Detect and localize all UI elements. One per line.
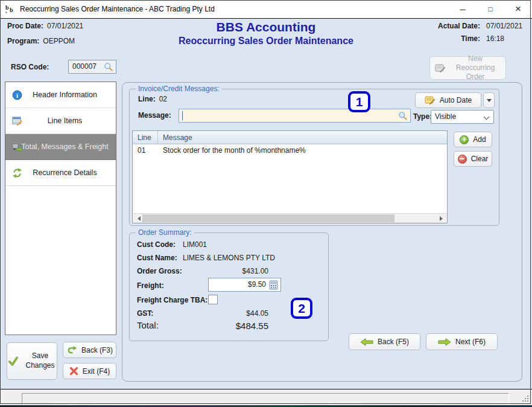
line-row: Line:02 <box>138 95 167 103</box>
search-icon[interactable] <box>104 62 113 72</box>
cust-code-value: LIM001 <box>183 240 207 249</box>
rso-code-value: 000007 <box>72 62 97 71</box>
application-window: bbs Reoccurring Sales Order Maintenance … <box>0 0 532 407</box>
annotation-marker-2: 2 <box>291 298 312 319</box>
header-right: Actual Date: 07/01/2021 Time: 16:18 <box>438 22 526 43</box>
info-icon: i <box>12 90 22 100</box>
svg-text:b: b <box>10 7 13 13</box>
order-gross-value: $431.00 <box>242 267 268 275</box>
sidebar: i Header Information Line Items Total, M… <box>5 82 116 335</box>
cust-name-value: LIMES & LEMONS PTY LTD <box>183 254 275 262</box>
svg-text:s: s <box>5 10 7 14</box>
clear-label: Clear <box>471 155 489 163</box>
sidebar-item-line-items[interactable]: Line Items <box>5 108 116 134</box>
message-input[interactable] <box>179 109 411 123</box>
titlebar[interactable]: bbs Reoccurring Sales Order Maintenance … <box>0 0 532 19</box>
freight-tba-label: Freight Charge TBA: <box>137 296 207 304</box>
cell-line: 01 <box>133 146 158 155</box>
type-label: Type: <box>413 112 432 121</box>
horizontal-scrollbar[interactable] <box>133 213 447 223</box>
rso-code-input[interactable]: 000007 <box>68 60 116 74</box>
svg-text:i: i <box>16 91 18 98</box>
checkmark-icon <box>8 356 20 367</box>
invoice-credit-messages-group: Invoice/Credit Messages: Line:02 Message… <box>129 89 499 226</box>
freight-input[interactable]: $9.50 <box>208 278 281 292</box>
next-f6-label: Next (F6) <box>455 338 486 346</box>
scroll-left-arrow[interactable] <box>133 214 142 223</box>
freight-tba-checkbox[interactable] <box>208 295 218 304</box>
column-header-line: Line <box>133 131 158 144</box>
exit-f4-button[interactable]: Exit (F4) <box>63 363 116 379</box>
back-f3-button[interactable]: Back (F3) <box>63 342 116 358</box>
recurrence-icon <box>12 168 22 178</box>
back-f5-button[interactable]: Back (F5) <box>349 333 420 350</box>
window-controls: ─ □ × <box>449 0 532 18</box>
chevron-down-icon <box>487 99 492 104</box>
annotation-label: 1 <box>356 95 363 109</box>
back-f5-label: Back (F5) <box>378 338 409 346</box>
status-bar <box>0 389 532 405</box>
new-order-icon <box>435 63 446 73</box>
auto-date-icon <box>425 95 435 105</box>
time-label: Time: <box>438 34 480 43</box>
group-title: Order Summary: <box>136 228 194 237</box>
close-button[interactable]: × <box>504 0 532 18</box>
new-order-label: New Reoccurring Order <box>450 54 501 82</box>
back-f3-label: Back (F3) <box>81 346 113 354</box>
new-reoccurring-order-button[interactable]: New Reoccurring Order <box>429 56 506 80</box>
undo-arrow-icon <box>66 346 77 354</box>
arrow-right-icon <box>438 338 451 346</box>
gst-label: GST: <box>137 309 153 318</box>
column-header-message: Message <box>158 131 447 144</box>
clear-icon <box>458 155 467 164</box>
app-logo-icon: bbs <box>5 4 16 14</box>
add-button[interactable]: Add <box>454 132 492 147</box>
type-select[interactable]: Visible <box>431 110 494 124</box>
annotation-marker-1: 1 <box>348 91 370 112</box>
cust-code-label: Cust Code: <box>137 240 176 249</box>
order-summary-group: Order Summary: Cust Code: LIM001 Cust Na… <box>129 232 329 341</box>
scroll-right-arrow[interactable] <box>437 214 447 223</box>
type-value: Visible <box>435 112 456 121</box>
resize-grip-icon[interactable] <box>521 394 528 402</box>
annotation-label: 2 <box>298 301 305 316</box>
auto-date-dropdown-button[interactable] <box>483 92 495 108</box>
order-gross-label: Order Gross: <box>137 267 182 275</box>
total-label: Total: <box>137 320 159 330</box>
group-title: Invoice/Credit Messages: <box>136 85 222 93</box>
freight-truck-icon <box>12 142 22 152</box>
table-row[interactable]: 01 Stock order for the month of %monthna… <box>133 144 447 156</box>
next-f6-button[interactable]: Next (F6) <box>426 333 498 350</box>
text-caret <box>182 111 183 120</box>
line-label: Line: <box>138 95 156 103</box>
sidebar-item-total-messages-freight[interactable]: Total, Messages & Freight <box>5 134 116 160</box>
freight-label: Freight: <box>137 281 164 290</box>
sidebar-item-header-information[interactable]: i Header Information <box>5 82 116 108</box>
auto-date-label: Auto Date <box>440 96 472 104</box>
maximize-button[interactable]: □ <box>477 0 504 18</box>
messages-table-header: Line Message <box>133 131 447 144</box>
message-label: Message: <box>138 111 171 120</box>
cust-name-label: Cust Name: <box>137 254 177 262</box>
minimize-button[interactable]: ─ <box>449 0 477 18</box>
add-icon <box>460 135 469 144</box>
clear-button[interactable]: Clear <box>454 151 492 167</box>
line-items-icon <box>12 116 22 126</box>
exit-f4-label: Exit (F4) <box>83 367 110 376</box>
actual-date-value: 07/01/2021 <box>486 22 526 30</box>
auto-date-button[interactable]: Auto Date <box>415 92 481 108</box>
status-panel <box>22 393 509 405</box>
total-value: $484.55 <box>236 321 268 331</box>
actual-date-label: Actual Date: <box>438 22 480 30</box>
gst-value: $44.05 <box>246 309 268 318</box>
freight-value: $9.50 <box>248 280 266 289</box>
add-label: Add <box>473 135 486 144</box>
calculator-icon[interactable] <box>269 280 278 290</box>
sidebar-item-recurrence-details[interactable]: Recurrence Details <box>5 160 116 186</box>
window-title: Reoccurring Sales Order Maintenance - AB… <box>20 5 215 13</box>
search-icon[interactable] <box>398 111 408 121</box>
scrollbar-thumb[interactable] <box>142 214 394 222</box>
rso-code-label: RSO Code: <box>11 63 49 71</box>
save-changes-button[interactable]: Save Changes <box>7 342 57 380</box>
chevron-down-icon <box>484 114 490 120</box>
